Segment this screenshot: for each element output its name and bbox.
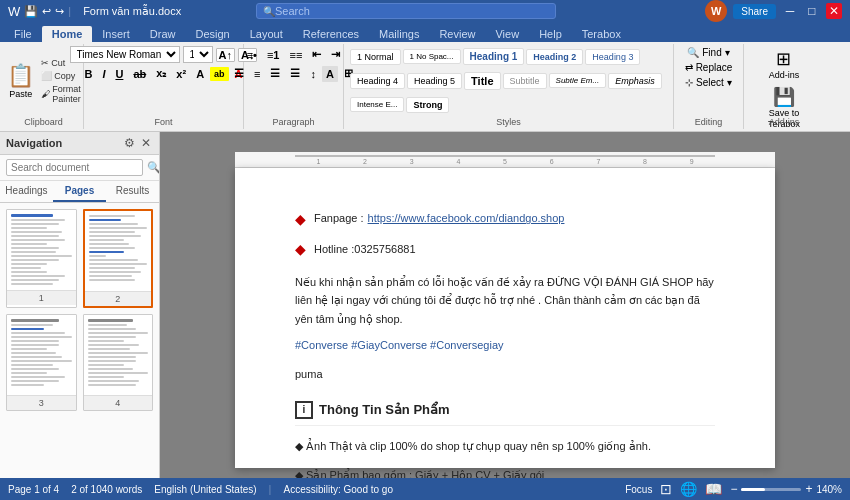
tab-mailings[interactable]: Mailings	[369, 26, 429, 42]
zoom-level[interactable]: 140%	[816, 484, 842, 495]
page-num-4: 4	[84, 395, 153, 410]
style-no-spacing[interactable]: 1 No Spac...	[403, 49, 461, 64]
decrease-indent-button[interactable]: ⇤	[308, 46, 325, 63]
nav-pane-title: Navigation	[6, 137, 62, 149]
minimize-button[interactable]: ─	[782, 3, 798, 19]
undo-icon[interactable]: ↩	[42, 5, 51, 18]
underline-button[interactable]: U	[111, 66, 127, 82]
style-title[interactable]: Title	[464, 72, 500, 90]
numbering-button[interactable]: ≡1	[263, 47, 284, 63]
nav-tab-headings[interactable]: Headings	[0, 181, 53, 202]
nav-tab-results[interactable]: Results	[106, 181, 159, 202]
accessibility-status[interactable]: Accessibility: Good to go	[283, 484, 393, 495]
doc-brand: puma	[295, 366, 715, 384]
strikethrough-button[interactable]: ab	[129, 66, 150, 82]
zoom-slider[interactable]	[741, 488, 801, 491]
document-page[interactable]: ◆ Fanpage : https://www.facebook.com/dia…	[235, 168, 775, 468]
redo-icon[interactable]: ↪	[55, 5, 64, 18]
zoom-in-button[interactable]: +	[805, 482, 812, 496]
profile-avatar[interactable]: W	[705, 0, 727, 22]
print-layout-view[interactable]: ⊡	[660, 481, 672, 497]
italic-button[interactable]: I	[98, 66, 109, 82]
tab-home[interactable]: Home	[42, 26, 93, 42]
text-highlight-button[interactable]: ab	[210, 67, 229, 81]
style-normal[interactable]: 1 Normal	[350, 49, 401, 65]
tab-review[interactable]: Review	[429, 26, 485, 42]
add-ins-button[interactable]: ⊞ Add-ins	[765, 46, 804, 82]
style-subtitle[interactable]: Subtitle	[503, 73, 547, 89]
page-thumb-4[interactable]: 4	[83, 314, 154, 411]
shading-button[interactable]: A	[322, 66, 338, 82]
bullets-button[interactable]: ≡•	[243, 47, 261, 63]
page-thumb-3[interactable]: 3	[6, 314, 77, 411]
tab-insert[interactable]: Insert	[92, 26, 140, 42]
title-search-bar[interactable]: 🔍	[256, 3, 556, 19]
nav-pane-close-button[interactable]: ✕	[139, 136, 153, 150]
replace-button[interactable]: ⇄ Replace	[682, 61, 736, 74]
word-count[interactable]: 2 of 1040 words	[71, 484, 142, 495]
focus-button[interactable]: Focus	[625, 484, 652, 495]
save-icon[interactable]: 💾	[24, 5, 38, 18]
page-info[interactable]: Page 1 of 4	[8, 484, 59, 495]
select-button[interactable]: ⊹ Select ▾	[682, 76, 735, 89]
tab-file[interactable]: File	[4, 26, 42, 42]
read-mode-view[interactable]: 📖	[705, 481, 722, 497]
style-strong[interactable]: Strong	[406, 97, 449, 113]
terabox-icon: 💾	[773, 86, 795, 108]
align-center-button[interactable]: ≡	[250, 66, 264, 82]
fanpage-url[interactable]: https://www.facebook.com/diandgo.shop	[368, 210, 565, 228]
document-area[interactable]: 1 2 3 4 5 6 7 8 9 ◆ Fanpage : https://ww…	[160, 132, 850, 478]
style-heading5[interactable]: Heading 5	[407, 73, 462, 89]
search-input[interactable]	[275, 5, 549, 17]
zoom-out-button[interactable]: −	[730, 482, 737, 496]
paste-button[interactable]: 📋 Paste	[4, 61, 37, 101]
increase-indent-button[interactable]: ⇥	[327, 46, 344, 63]
subscript-button[interactable]: x₂	[152, 65, 170, 82]
hotline-text: Hotline :0325756881	[314, 241, 416, 259]
cut-icon: ✂	[41, 58, 49, 68]
nav-pane-search-button[interactable]: ⚙	[122, 136, 137, 150]
style-heading2[interactable]: Heading 2	[526, 49, 583, 65]
share-button[interactable]: Share	[733, 4, 776, 19]
language[interactable]: English (United States)	[154, 484, 256, 495]
ribbon-content: 📋 Paste ✂Cut ⬜Copy 🖌Format Painter Clipb…	[0, 42, 850, 132]
style-heading4[interactable]: Heading 4	[350, 73, 405, 89]
tab-view[interactable]: View	[485, 26, 529, 42]
ruler-mark: 4	[435, 155, 482, 165]
style-subtle-em[interactable]: Subtle Em...	[549, 73, 607, 88]
style-heading3[interactable]: Heading 3	[585, 49, 640, 65]
web-layout-view[interactable]: 🌐	[680, 481, 697, 497]
align-right-button[interactable]: ☰	[266, 65, 284, 82]
style-emphasis[interactable]: Emphasis	[608, 73, 662, 89]
close-button[interactable]: ✕	[826, 3, 842, 19]
font-family-select[interactable]: Times New Roman	[70, 46, 180, 63]
align-left-button[interactable]: ☰	[230, 65, 248, 82]
tab-layout[interactable]: Layout	[240, 26, 293, 42]
nav-tab-pages[interactable]: Pages	[53, 181, 106, 202]
tab-terabox[interactable]: Terabox	[572, 26, 631, 42]
tab-draw[interactable]: Draw	[140, 26, 186, 42]
page-thumb-1[interactable]: 1	[6, 209, 77, 308]
copy-icon: ⬜	[41, 71, 52, 81]
tab-design[interactable]: Design	[185, 26, 239, 42]
style-heading1[interactable]: Heading 1	[463, 48, 525, 65]
line-spacing-button[interactable]: ↕	[306, 66, 320, 82]
font-size-select[interactable]: 12	[183, 46, 213, 63]
text-effects-button[interactable]: A	[192, 66, 208, 82]
style-intense-em[interactable]: Intense E...	[350, 97, 404, 112]
select-icon: ⊹	[685, 77, 693, 88]
page-thumb-2[interactable]: 2	[83, 209, 154, 308]
file-name: Form văn mẫu.docx	[83, 5, 181, 18]
maximize-button[interactable]: □	[804, 3, 820, 19]
tab-help[interactable]: Help	[529, 26, 572, 42]
superscript-button[interactable]: x²	[172, 66, 190, 82]
find-button[interactable]: 🔍 Find ▾	[684, 46, 732, 59]
status-bar: Page 1 of 4 2 of 1040 words English (Uni…	[0, 478, 850, 500]
nav-pages-grid: 1	[0, 203, 159, 478]
nav-search-input[interactable]	[6, 159, 143, 176]
multilevel-list-button[interactable]: ≡≡	[285, 47, 306, 63]
tab-references[interactable]: References	[293, 26, 369, 42]
justify-button[interactable]: ☰	[286, 65, 304, 82]
nav-search-icon[interactable]: 🔍	[147, 161, 160, 174]
bold-button[interactable]: B	[80, 66, 96, 82]
